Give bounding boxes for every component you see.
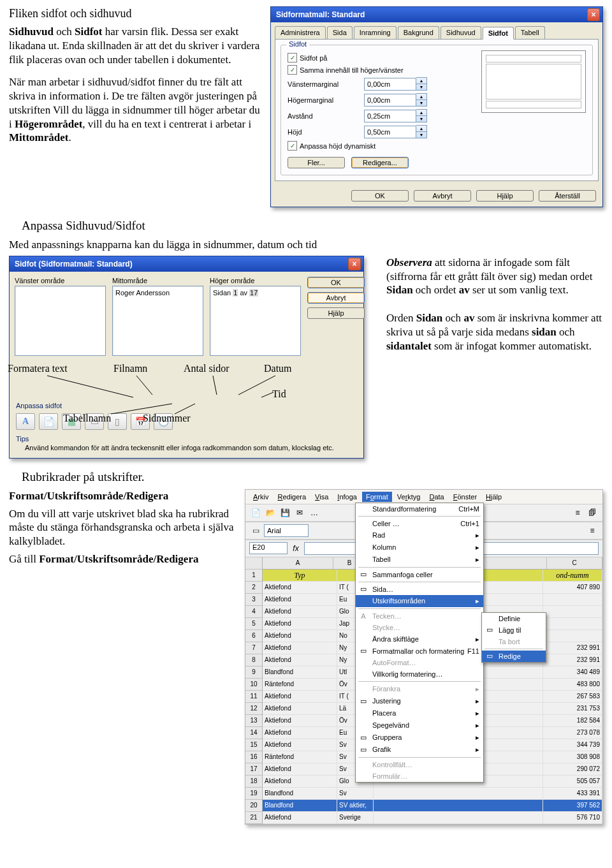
col-header-a[interactable]: A xyxy=(263,557,333,569)
filename-icon[interactable]: 📄 xyxy=(39,413,58,430)
menu-item[interactable]: ▭Justering▸ xyxy=(356,695,483,707)
menu-redigera[interactable]: Redigera xyxy=(273,492,310,502)
checkbox-sidfot-on[interactable]: ✓Sidfot på xyxy=(288,53,474,63)
section-title-3: Rubrikrader på utskrifter. xyxy=(22,470,603,484)
format-text-icon[interactable]: A xyxy=(16,413,35,430)
reset-button[interactable]: Återställ xyxy=(539,190,596,202)
styles-icon[interactable]: ▭ xyxy=(249,524,262,537)
section-customize-footer: Anpassa sidfot xyxy=(10,399,363,411)
menu-item[interactable]: AutoFormat… xyxy=(356,657,483,668)
save-icon[interactable]: 💾 xyxy=(279,506,291,519)
table-row[interactable]: BlandfondSV aktier, la aktier och sv ran… xyxy=(263,800,602,812)
button-edit[interactable]: Redigera... xyxy=(351,157,409,168)
print-icon[interactable]: … xyxy=(308,506,321,519)
menu-item[interactable]: ▭Grafik▸ xyxy=(356,744,483,756)
close-icon[interactable]: × xyxy=(587,8,600,21)
tab-administrera[interactable]: Administrera xyxy=(275,26,326,39)
checkbox-same-content[interactable]: ✓Samma innehåll till höger/vänster xyxy=(288,65,474,75)
right-area-field[interactable]: Sidan 1 av 17 xyxy=(210,286,301,356)
fx-icon[interactable]: fx xyxy=(289,542,302,555)
menu-item[interactable]: ▭Formatmallar och formateringF11 xyxy=(356,645,483,657)
menu-visa[interactable]: Visa xyxy=(311,492,332,502)
menu-item[interactable]: Placera▸ xyxy=(356,707,483,719)
height-field[interactable]: ▲▼ xyxy=(364,125,427,138)
menu-item[interactable]: Formulär… xyxy=(356,770,483,782)
menu-data[interactable]: Data xyxy=(425,492,448,502)
menu-item[interactable]: Utskriftsområden▸ xyxy=(356,595,483,607)
menu-item[interactable]: ▭Gruppera▸ xyxy=(356,732,483,744)
format-menu-dropdown[interactable]: StandardformateringCtrl+MCeller …Ctrl+1R… xyxy=(355,503,484,783)
left-margin-field[interactable]: ▲▼ xyxy=(364,77,427,91)
ok-button[interactable]: OK xyxy=(307,277,365,288)
submenu-item[interactable]: ▭Redige xyxy=(482,651,546,662)
right-margin-field[interactable]: ▲▼ xyxy=(364,93,427,107)
tab-sida[interactable]: Sida xyxy=(327,26,353,39)
new-doc-icon[interactable]: 📄 xyxy=(249,506,262,519)
name-box[interactable]: E20 xyxy=(249,542,288,554)
tab-inramning[interactable]: Inramning xyxy=(354,26,397,39)
section-title-2: Anpassa Sidhuvud/Sidfot xyxy=(22,219,603,233)
menu-item[interactable]: ATecken… xyxy=(356,610,483,622)
button-more[interactable]: Fler... xyxy=(288,157,345,168)
spreadsheet-window: Arkiv Redigera Visa Infoga Format Verkty… xyxy=(245,489,603,825)
help-button[interactable]: Hjälp xyxy=(476,190,534,202)
menu-format[interactable]: Format xyxy=(362,492,392,502)
menu-item[interactable]: Spegelvänd▸ xyxy=(356,719,483,732)
txt: av xyxy=(459,284,470,296)
callout-pagenumber: Sidnummer xyxy=(143,413,191,424)
header-cell-fond[interactable]: ond-numm xyxy=(543,570,602,581)
checkbox-dynamic-height[interactable]: ✓Anpassa höjd dynamiskt xyxy=(288,141,474,151)
dialog-titlebar[interactable]: Sidfot (Sidformatmall: Standard) × xyxy=(10,256,363,272)
header-cell-typ[interactable]: Typ xyxy=(263,570,337,581)
print-ranges-submenu[interactable]: Definie▭Lägg tilTa bort▭Redige xyxy=(481,612,546,663)
menu-item[interactable]: Stycke… xyxy=(356,622,483,633)
menu-item[interactable]: Ändra skiftläge▸ xyxy=(356,633,483,645)
menu-item[interactable]: Kolumn▸ xyxy=(356,541,483,554)
mail-icon[interactable]: ✉ xyxy=(293,506,306,519)
menu-item[interactable]: ▭Sida… xyxy=(356,584,483,595)
txt: ser ut som vanlig text. xyxy=(470,284,569,296)
align-left-icon[interactable]: ≡ xyxy=(586,524,599,537)
col-header-c[interactable]: C xyxy=(547,557,602,569)
menu-item[interactable]: Villkorlig formatering… xyxy=(356,668,483,680)
menu-arkiv[interactable]: Arkiv xyxy=(249,492,272,502)
menu-infoga[interactable]: Infoga xyxy=(333,492,361,502)
font-name-field[interactable]: Arial xyxy=(264,524,309,537)
tab-tabell[interactable]: Tabell xyxy=(515,26,545,39)
ok-button[interactable]: OK xyxy=(351,190,409,202)
close-icon[interactable]: × xyxy=(348,258,361,270)
cancel-button[interactable]: Avbryt xyxy=(307,292,365,304)
menu-hjalp[interactable]: Hjälp xyxy=(482,492,506,502)
table-row[interactable]: BlandfondSv433 391 xyxy=(263,788,602,800)
tab-bakgrund[interactable]: Bakgrund xyxy=(398,26,439,39)
menu-item[interactable]: StandardformateringCtrl+M xyxy=(356,503,483,515)
submenu-item[interactable]: Ta bort xyxy=(482,636,546,647)
menu-item[interactable]: Förankra▸ xyxy=(356,683,483,695)
dialog-titlebar[interactable]: Sidformatmall: Standard × xyxy=(271,7,602,22)
mid-area-field[interactable]: Roger Andersson xyxy=(112,286,203,356)
left-area-field[interactable] xyxy=(15,286,106,356)
menu-fonster[interactable]: Fönster xyxy=(449,492,481,502)
menu-item[interactable]: Rad▸ xyxy=(356,529,483,541)
menubar[interactable]: Arkiv Redigera Visa Infoga Format Verkty… xyxy=(245,490,602,504)
paragraph-1: Sidhuvud och Sidfot har varsin flik. Des… xyxy=(9,25,263,66)
tab-sidfot[interactable]: Sidfot xyxy=(483,27,514,40)
menu-item[interactable]: ▭Sammanfoga celler xyxy=(356,569,483,580)
menu-item[interactable]: Tabell▸ xyxy=(356,554,483,566)
menu-item[interactable]: Celler …Ctrl+1 xyxy=(356,518,483,529)
align-icon[interactable]: ≡ xyxy=(571,506,584,519)
txt: Sidhuvud xyxy=(9,26,54,38)
submenu-item[interactable]: ▭Lägg til xyxy=(482,624,546,636)
section-title: Fliken sidfot och sidhuvud xyxy=(9,6,263,21)
submenu-item[interactable]: Definie xyxy=(482,613,546,624)
menu-item[interactable]: Kontrollfält… xyxy=(356,759,483,770)
tab-sidhuvud[interactable]: Sidhuvud xyxy=(441,26,481,39)
paste-icon[interactable]: 🗐 xyxy=(586,506,599,519)
menu-verktyg[interactable]: Verktyg xyxy=(393,492,425,502)
table-row[interactable]: AktiefondSverige (normal)576 710 xyxy=(263,812,602,824)
cancel-button[interactable]: Avbryt xyxy=(414,190,471,202)
help-button[interactable]: Hjälp xyxy=(307,307,365,319)
txt: Observera xyxy=(386,256,432,268)
distance-field[interactable]: ▲▼ xyxy=(364,109,427,122)
open-icon[interactable]: 📂 xyxy=(264,506,277,519)
